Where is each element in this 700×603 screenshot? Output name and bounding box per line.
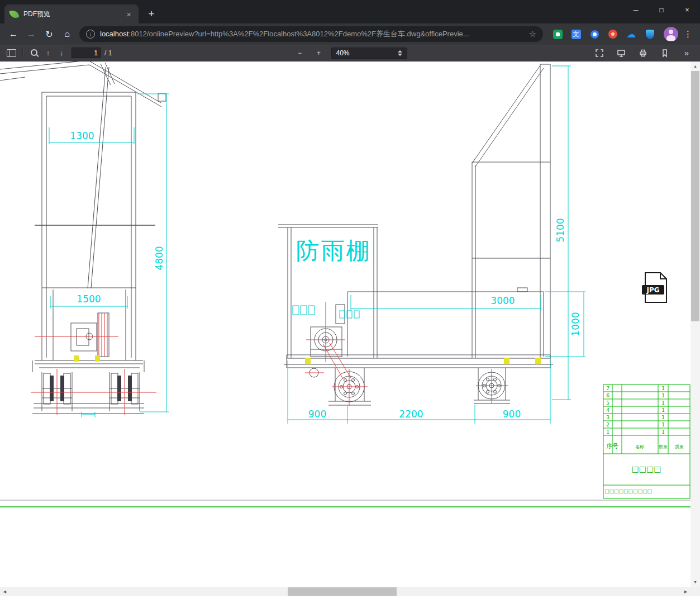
site-info-icon[interactable]: i <box>86 30 95 39</box>
scroll-right-arrow[interactable]: ▶ <box>681 587 691 596</box>
cloud-extension-icon[interactable]: ☁ <box>626 29 637 40</box>
extension-icon-red[interactable] <box>607 29 618 40</box>
bom-header-qty: 数量 <box>659 444 668 449</box>
browser-tab[interactable]: PDF预览 × <box>4 4 139 23</box>
green-extension-glyph <box>553 30 563 39</box>
url-host: localhost <box>100 30 128 38</box>
forward-button[interactable]: → <box>23 26 39 42</box>
bom-header-name: 名称 <box>635 444 644 449</box>
window-bottom-strip <box>0 596 700 603</box>
bom-row-qty: 1 <box>661 422 665 428</box>
pdf-toolbar-right: » <box>593 46 696 60</box>
bom-row-seq: 6 <box>606 393 609 398</box>
cad-drawing: 1300 4800 1500 <box>0 61 691 587</box>
tab-close-icon[interactable]: × <box>125 10 133 19</box>
bom-row-qty: 1 <box>661 429 665 435</box>
zoom-level-select[interactable]: 40% <box>331 48 407 59</box>
page-up-icon: ↑ <box>46 49 50 57</box>
dim-3000-label: 3000 <box>491 295 515 306</box>
print-button[interactable] <box>636 46 650 60</box>
browser-menu-icon[interactable]: ⋮ <box>682 26 694 42</box>
scroll-up-arrow[interactable]: ▲ <box>691 61 700 71</box>
window-minimize-button[interactable]: ─ <box>623 0 649 20</box>
search-icon <box>31 49 37 56</box>
tab-strip: PDF预览 × + ─ □ × <box>0 0 700 23</box>
window-maximize-button[interactable]: □ <box>649 0 674 20</box>
window-close-button[interactable]: × <box>674 0 700 20</box>
dim-4800-label: 4800 <box>154 246 165 270</box>
print-icon <box>639 49 647 58</box>
shelter-label: 防雨棚 <box>296 237 372 264</box>
title-block-footer: □□□□□□□□□□ <box>604 488 652 494</box>
back-button[interactable]: ← <box>6 26 21 42</box>
dim-900-left-label: 900 <box>308 409 326 420</box>
url-path: :8012/onlinePreview?url=http%3A%2F%2Floc… <box>128 30 469 38</box>
select-spinner-icon <box>398 50 402 56</box>
bom-row-seq: 2 <box>606 422 609 428</box>
address-bar[interactable]: i localhost:8012/onlinePreview?url=http%… <box>79 26 543 42</box>
dim-2200-label: 2200 <box>399 409 423 420</box>
vertical-scrollbar[interactable]: ▲ ▼ <box>691 61 700 587</box>
vertical-scrollbar-thumb[interactable] <box>691 71 699 321</box>
title-block-title: □□□□ <box>632 464 661 473</box>
toolbar-divider <box>22 49 23 58</box>
spring-leaf-favicon <box>9 9 19 19</box>
scroll-down-arrow[interactable]: ▼ <box>691 577 700 587</box>
bom-row-qty: 1 <box>661 393 665 398</box>
navigation-bar: ← → ↻ ⌂ i localhost:8012/onlinePreview?u… <box>0 23 700 45</box>
zoom-out-button[interactable]: − <box>293 46 307 60</box>
scroll-left-arrow[interactable]: ◀ <box>0 587 9 596</box>
bom-header-mass: 质量 <box>675 444 684 449</box>
dim-1300-label: 1300 <box>70 130 94 141</box>
left-view-dimensions <box>49 94 169 417</box>
bom-row-seq: 7 <box>606 386 609 391</box>
extension-icons: 文 ☁ <box>552 29 655 40</box>
horizontal-scrollbar-thumb[interactable] <box>288 587 397 596</box>
dim-5100-label: 5100 <box>555 218 566 242</box>
new-tab-button[interactable]: + <box>144 7 159 21</box>
bookmark-button[interactable] <box>658 46 672 60</box>
jpg-file-icon: JPG <box>642 273 666 302</box>
left-view-lines <box>0 61 166 414</box>
profile-avatar[interactable] <box>664 27 678 41</box>
find-button[interactable] <box>28 46 41 60</box>
zoom-in-button[interactable]: + <box>312 46 326 60</box>
home-button[interactable]: ⌂ <box>59 26 75 42</box>
bom-row-seq: 5 <box>606 400 609 406</box>
bom-row-qty: 1 <box>661 386 665 391</box>
dim-1000-label: 1000 <box>570 312 581 336</box>
bom-row-qty: 1 <box>661 400 665 406</box>
next-page-button[interactable]: ↓ <box>55 46 68 60</box>
translate-glyph: 文 <box>572 30 581 39</box>
more-tools-button[interactable]: » <box>680 46 693 60</box>
shield-extension-icon[interactable] <box>644 29 655 40</box>
page-number-input[interactable] <box>72 48 101 58</box>
horizontal-scrollbar[interactable]: ◀ ▶ <box>0 587 691 596</box>
side-view-lines <box>278 64 553 405</box>
translate-extension-icon[interactable]: 文 <box>570 29 582 40</box>
bookmark-star-icon[interactable]: ☆ <box>529 29 536 39</box>
presentation-mode-button[interactable] <box>615 46 628 60</box>
extension-icon-blue-ring[interactable] <box>589 29 600 40</box>
sidebar-toggle-button[interactable] <box>4 46 18 60</box>
zoom-controls: − + 40% <box>293 45 407 61</box>
bom-row-seq: 4 <box>606 407 609 413</box>
bom-row-seq: 1 <box>606 429 609 435</box>
tab-title: PDF预览 <box>23 10 50 19</box>
fullscreen-icon <box>595 49 604 58</box>
bom-row-seq: 3 <box>606 415 609 420</box>
page-count-label: / 1 <box>104 49 112 57</box>
title-block-text: 7 1 6 1 5 1 4 1 3 1 2 1 1 1 序号 名称 数量 质量 … <box>604 386 684 494</box>
extension-icon-green[interactable] <box>552 29 563 40</box>
cloud-glyph: ☁ <box>627 30 636 39</box>
reload-button[interactable]: ↻ <box>41 26 57 42</box>
pdf-toolbar: ↑ ↓ / 1 − + 40% » <box>0 45 700 61</box>
bom-header-seq: 序号 <box>606 443 618 450</box>
fullscreen-button[interactable] <box>593 46 606 60</box>
bookmark-icon <box>660 49 669 58</box>
bom-row-qty: 1 <box>661 415 665 420</box>
zoom-level-value: 40% <box>336 49 394 57</box>
bom-row-qty: 1 <box>661 407 665 413</box>
previous-page-button[interactable]: ↑ <box>41 46 55 60</box>
dim-1500-label: 1500 <box>77 293 101 305</box>
